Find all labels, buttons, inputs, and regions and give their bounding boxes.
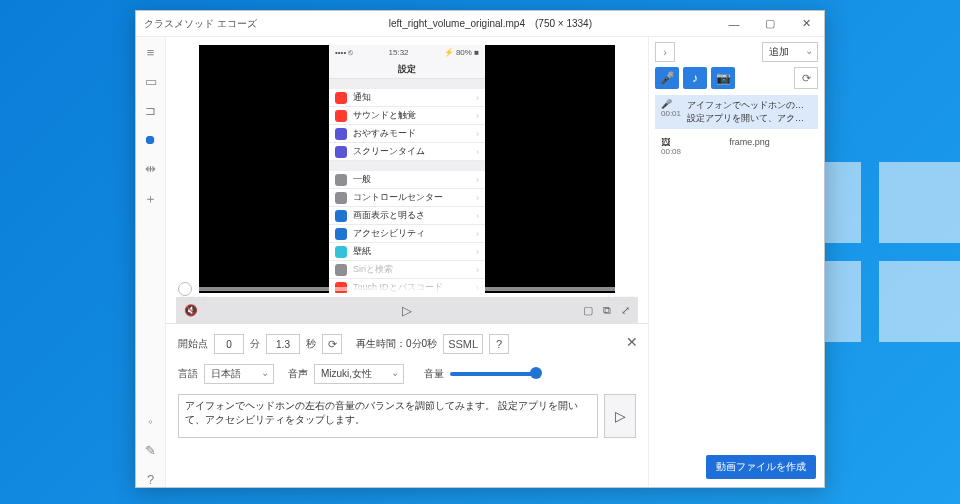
settings-icon[interactable]: ⇹ [145,161,156,176]
status-time: 15:32 [389,48,409,57]
music-tab[interactable]: ♪ [683,67,707,89]
right-panel: › 追加 🎤 ♪ 📷 ⟳ 🎤00:01 アイフォンでヘッドホンの左右の音量の… … [648,37,824,487]
clip-line1: アイフォンでヘッドホンの左右の音量の… [687,99,812,112]
app-window: クラスメソッド エコーズ left_right_volume_original.… [135,10,825,488]
video-letterbox-right [485,45,615,293]
start-label: 開始点 [178,337,208,351]
settings-title: 設定 [329,59,485,79]
pip-icon[interactable]: ⧉ [603,304,611,317]
menu-icon[interactable]: ≡ [147,45,155,60]
expand-button[interactable]: › [655,42,675,62]
frame-icon[interactable]: ▢ [583,304,593,317]
playback-label: 再生時間：0分0秒 [356,337,437,351]
mic-tab[interactable]: 🎤 [655,67,679,89]
clip-line2: 設定アプリを開いて、アクセシビリティ… [687,112,812,125]
volume-thumb[interactable] [530,367,542,379]
settings-row: おやすみモード› [329,125,485,143]
user-icon[interactable]: ◦ [148,414,153,429]
vol-label: 音量 [424,367,444,381]
help-button[interactable]: ? [489,334,509,354]
minimize-button[interactable]: — [716,11,752,37]
refresh-time-button[interactable]: ⟳ [322,334,342,354]
mute-icon[interactable]: 🔇 [184,304,198,317]
voice-label: 音声 [288,367,308,381]
clip-item-1[interactable]: 🎤00:01 アイフォンでヘッドホンの左右の音量の… 設定アプリを開いて、アクセ… [655,95,818,129]
app-name: クラスメソッド エコーズ [136,17,265,31]
video-letterbox-left [199,45,329,293]
create-video-button[interactable]: 動画ファイルを作成 [706,455,816,479]
mic-icon[interactable]: ⏺ [144,132,157,147]
start-min-input[interactable]: 0 [214,334,244,354]
editor-panel: ✕ 開始点 0 分 1.3 秒 ⟳ 再生時間：0分0秒 SSML ? 言語 日本… [166,323,648,448]
clip-time: 00:01 [661,109,681,118]
settings-row: コントロールセンター› [329,189,485,207]
sec-unit: 秒 [306,337,316,351]
settings-row: 画面表示と明るさ› [329,207,485,225]
volume-slider[interactable] [450,372,540,376]
script-textarea[interactable]: アイフォンでヘッドホンの左右の音量のバランスを調節してみます。 設定アプリを開い… [178,394,598,438]
min-unit: 分 [250,337,260,351]
preview-play-button[interactable]: ▷ [604,394,636,438]
add-select[interactable]: 追加 [762,42,818,62]
start-sec-input[interactable]: 1.3 [266,334,300,354]
window-title: left_right_volume_original.mp4 (750 × 13… [265,17,716,31]
video-icon[interactable]: ▭ [145,74,157,89]
clip-filename: frame.png [687,137,812,147]
video-preview: •••• ⎋ 15:32 ⚡ 80% ■ 設定 通知›サウンドと触覚›おやすみモ… [166,37,648,323]
settings-row: Siriと検索› [329,261,485,279]
clip-time: 00:08 [661,147,681,156]
maximize-button[interactable]: ▢ [752,11,788,37]
panel-close-button[interactable]: ✕ [626,334,638,350]
status-left: •••• ⎋ [335,48,353,57]
refresh-list-button[interactable]: ⟳ [794,67,818,89]
lang-label: 言語 [178,367,198,381]
settings-row: 壁紙› [329,243,485,261]
video-controls: 🔇 ▷ ▢ ⧉ ⤢ [176,297,638,323]
settings-row: スクリーンタイム› [329,143,485,161]
add-icon[interactable]: ＋ [144,190,157,208]
status-batt: ⚡ 80% ■ [444,48,479,57]
clip-item-2[interactable]: 🖼00:08 frame.png [655,133,818,160]
settings-row: アクセシビリティ› [329,225,485,243]
help-icon[interactable]: ? [147,472,154,487]
ssml-button[interactable]: SSML [443,334,483,354]
monitor-icon[interactable]: ⊐ [145,103,156,118]
lang-select[interactable]: 日本語 [204,364,274,384]
voice-select[interactable]: Mizuki,女性 [314,364,404,384]
titlebar: クラスメソッド エコーズ left_right_volume_original.… [136,11,824,37]
close-button[interactable]: ✕ [788,11,824,37]
fullscreen-icon[interactable]: ⤢ [621,304,630,317]
play-button[interactable]: ▷ [402,303,412,318]
left-toolstrip: ≡ ▭ ⊐ ⏺ ⇹ ＋ ◦ ✎ ? [136,37,166,487]
settings-row: 通知› [329,89,485,107]
settings-row: サウンドと触覚› [329,107,485,125]
phone-screen: •••• ⎋ 15:32 ⚡ 80% ■ 設定 通知›サウンドと触覚›おやすみモ… [329,45,485,293]
seek-bar[interactable] [178,287,636,291]
settings-row: 一般› [329,171,485,189]
camera-tab[interactable]: 📷 [711,67,735,89]
edit-icon[interactable]: ✎ [145,443,156,458]
